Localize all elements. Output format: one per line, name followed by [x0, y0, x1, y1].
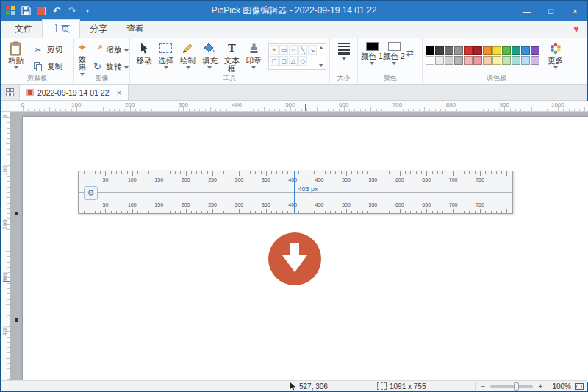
scroll-up-icon[interactable] — [319, 46, 323, 49]
ruler-tool-tick — [346, 209, 347, 213]
shape-button[interactable]: ○ — [289, 45, 298, 55]
rotate-button[interactable]: ↻ 旋转 — [91, 60, 129, 73]
ruler-tool-tick — [245, 211, 245, 213]
close-button[interactable]: × — [563, 1, 587, 21]
scroll-down-icon[interactable] — [319, 64, 323, 67]
shape-button[interactable]: ↘ — [308, 45, 317, 55]
palette-swatch[interactable] — [435, 56, 444, 65]
heart-icon[interactable]: ♥ — [573, 24, 579, 35]
ruler-tick — [7, 256, 10, 257]
document-tab[interactable]: 2022-09-19 14 01 22 × — [20, 85, 129, 100]
cursor-position-marker — [305, 104, 306, 111]
palette-swatch[interactable] — [473, 56, 482, 65]
palette-swatch[interactable] — [464, 56, 473, 65]
save-icon[interactable] — [21, 5, 31, 17]
palette-swatch[interactable] — [531, 56, 539, 65]
swap-colors-icon[interactable]: ⇄ — [406, 48, 414, 58]
line-size-button[interactable] — [333, 40, 354, 76]
more-colors-button[interactable]: 更多 — [543, 40, 567, 76]
ruler-tick — [408, 109, 409, 111]
palette-swatch[interactable] — [492, 46, 501, 55]
group-label-clipboard: 剪贴板 — [1, 74, 74, 83]
ruler-label: 400 — [1, 324, 9, 338]
qat-dropdown-icon[interactable]: ▾ — [82, 5, 93, 17]
thumbnail-view-button[interactable] — [1, 85, 20, 100]
fit-to-window-button[interactable] — [575, 383, 584, 390]
paste-button[interactable]: 粘贴 — [4, 40, 28, 76]
select-button[interactable]: 选择 — [155, 40, 177, 76]
palette-swatch[interactable] — [426, 56, 434, 65]
draw-button[interactable]: 绘制 — [177, 40, 199, 76]
palette-swatch[interactable] — [521, 46, 530, 55]
tab-share[interactable]: 分享 — [80, 20, 117, 38]
textbox-button[interactable]: T 文本框 — [220, 40, 243, 76]
palette-swatch[interactable] — [483, 46, 492, 55]
palette-swatch[interactable] — [445, 56, 453, 65]
zoom-out-button[interactable]: − — [479, 382, 487, 391]
palette-swatch[interactable] — [454, 56, 463, 65]
palette-swatch[interactable] — [454, 46, 463, 55]
palette-swatch[interactable] — [502, 46, 511, 55]
tab-view[interactable]: 查看 — [117, 20, 154, 38]
tab-file[interactable]: 文件 — [5, 20, 42, 38]
ruler-tick — [7, 138, 10, 139]
tab-close-icon[interactable]: × — [117, 88, 121, 97]
color2-button[interactable]: 颜色 2 — [383, 40, 405, 76]
zoom-in-button[interactable]: + — [537, 382, 544, 391]
ruler-tool-tick — [491, 171, 492, 174]
zoom-slider-thumb[interactable] — [514, 382, 519, 391]
undo-icon[interactable]: ↶ — [51, 5, 62, 17]
ruler-tick — [7, 160, 10, 160]
ruler-tick — [135, 109, 136, 111]
shape-button[interactable]: △ — [289, 56, 298, 66]
ruler-tool-tick — [341, 211, 342, 213]
fill-label: 填充 — [202, 57, 218, 65]
canvas-handle[interactable] — [15, 212, 18, 215]
color1-button[interactable]: 颜色 1 — [361, 40, 383, 76]
tab-home[interactable]: 主页 — [42, 19, 80, 38]
palette-swatch[interactable] — [426, 46, 434, 55]
zoom-slider[interactable] — [490, 385, 533, 388]
ruler-tool-tick — [212, 209, 213, 213]
new-image-icon[interactable] — [36, 5, 46, 17]
image-page[interactable]: 5010015020025030035040045050055060065070… — [23, 117, 588, 382]
shape-button[interactable]: ╲ — [298, 45, 307, 55]
palette-swatch[interactable] — [492, 56, 501, 65]
shape-button[interactable]: ▭ — [279, 45, 288, 55]
shape-button[interactable]: ◻ — [279, 56, 288, 66]
palette-swatch[interactable] — [512, 56, 520, 65]
text-icon: T — [228, 40, 236, 56]
canvas-handle[interactable] — [15, 318, 18, 322]
resize-button[interactable]: 缩放 — [91, 43, 129, 56]
color-palette — [426, 40, 539, 65]
palette-swatch[interactable] — [512, 46, 520, 55]
app-icon[interactable] — [6, 6, 15, 15]
ruler-tool-tick — [320, 209, 320, 213]
shapes-scrollbar[interactable] — [318, 45, 325, 68]
move-button[interactable]: 移动 — [133, 40, 155, 76]
minimize-button[interactable]: — — [514, 1, 539, 21]
effects-button[interactable]: ✦ 效果 — [77, 40, 87, 76]
palette-swatch[interactable] — [435, 46, 444, 55]
palette-swatch[interactable] — [521, 56, 530, 65]
redo-icon[interactable]: ↷ — [67, 5, 77, 17]
color2-swatch — [388, 42, 401, 51]
palette-swatch[interactable] — [502, 56, 511, 65]
canvas-area[interactable]: 5010015020025030035040045050055060065070… — [10, 112, 588, 382]
palette-swatch[interactable] — [531, 46, 539, 55]
fill-button[interactable]: 填充 — [198, 40, 220, 76]
ruler-label: 100 — [70, 101, 83, 108]
palette-swatch[interactable] — [464, 46, 473, 55]
palette-swatch[interactable] — [483, 56, 492, 65]
shape-button[interactable]: ✦ — [270, 45, 279, 55]
palette-swatch[interactable] — [473, 46, 482, 55]
ruler-tick — [162, 109, 162, 111]
cut-button[interactable]: ✂ 剪切 — [32, 43, 62, 56]
copy-button[interactable]: 复制 — [32, 60, 62, 73]
stamp-button[interactable]: 印章 — [243, 40, 265, 76]
shape-button[interactable]: □ — [270, 56, 279, 66]
palette-swatch[interactable] — [445, 46, 453, 55]
ruler-tick — [7, 128, 10, 129]
shape-button[interactable]: ◇ — [298, 56, 307, 66]
maximize-button[interactable]: □ — [539, 1, 563, 21]
